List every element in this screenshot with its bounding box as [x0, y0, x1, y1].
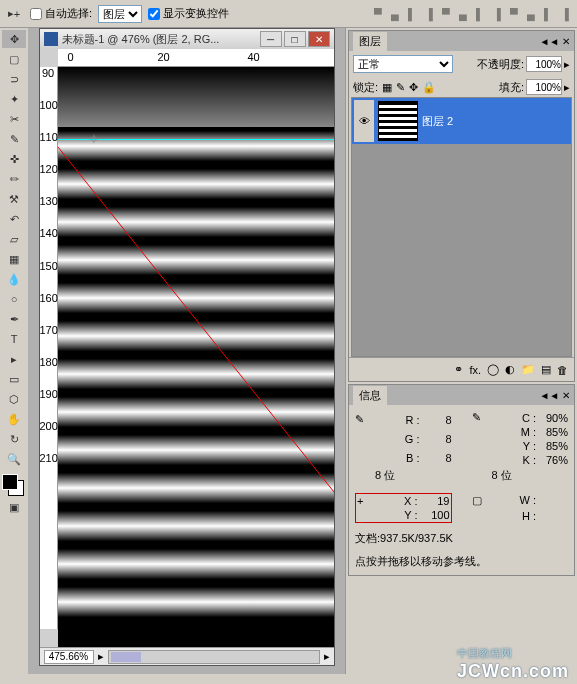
link-icon[interactable]: ⚭ [454, 363, 463, 376]
blur-tool[interactable]: 💧 [2, 270, 26, 288]
eraser-tool[interactable]: ▱ [2, 230, 26, 248]
history-brush-tool[interactable]: ↶ [2, 210, 26, 228]
align-icon: ▄ [523, 6, 539, 22]
3d-tool[interactable]: ⬡ [2, 390, 26, 408]
folder-icon[interactable]: 📁 [521, 363, 535, 376]
visibility-toggle[interactable]: 👁 [354, 100, 374, 142]
layer-list[interactable]: 👁 图层 2 [351, 97, 572, 357]
info-panel: 信息 ◄◄ ✕ ✎R :8 G :8 B :8 ✎C :90% M :85% Y… [348, 384, 575, 576]
canvas-wrap: 0 20 40 90 100 110 120 130 140 150 160 1… [40, 49, 334, 647]
bit-depth2: 8 位 [472, 468, 569, 483]
opacity-input[interactable] [526, 56, 562, 72]
rotate-tool[interactable]: ↻ [2, 430, 26, 448]
align-icon: ▌ [404, 6, 420, 22]
auto-select-dropdown[interactable]: 图层 [98, 5, 142, 23]
pen-tool[interactable]: ✒ [2, 310, 26, 328]
align-icon: ▀ [438, 6, 454, 22]
zoom-input[interactable] [44, 650, 94, 664]
lock-pixels-icon[interactable]: ✎ [396, 81, 405, 94]
align-buttons: ▀▄ ▌▐ ▀▄ ▌▐ ▀▄ ▌▐ [370, 6, 573, 22]
cmyk-readout: ✎C :90% M :85% Y :85% K :76% [472, 411, 569, 466]
document-window: 未标题-1 @ 476% (图层 2, RG... ─ □ ✕ 0 20 40 … [39, 28, 335, 666]
type-tool[interactable]: T [2, 330, 26, 348]
crosshair-icon: + [357, 495, 377, 507]
layers-tab[interactable]: 图层 [353, 32, 387, 51]
xy-readout: +X :19 Y :100 [355, 493, 452, 523]
move-tool[interactable]: ✥ [2, 30, 26, 48]
panel-menu-icon[interactable]: ◄◄ ✕ [539, 36, 570, 47]
align-icon: ▌ [472, 6, 488, 22]
show-transform-checkbox[interactable]: 显示变换控件 [148, 6, 229, 21]
move-cursor-icon: ✧ [88, 131, 100, 147]
dimensions-icon: ▢ [472, 494, 492, 507]
hand-tool[interactable]: ✋ [2, 410, 26, 428]
ruler-horizontal[interactable]: 0 20 40 [58, 49, 334, 67]
quickmask-tool[interactable]: ▣ [2, 498, 26, 516]
color-swatches[interactable] [2, 474, 24, 496]
dodge-tool[interactable]: ○ [2, 290, 26, 308]
maximize-button[interactable]: □ [284, 31, 306, 47]
layers-panel-header[interactable]: 图层 ◄◄ ✕ [349, 31, 574, 51]
gradient-tool[interactable]: ▦ [2, 250, 26, 268]
show-transform-label: 显示变换控件 [163, 6, 229, 21]
brush-tool[interactable]: ✏ [2, 170, 26, 188]
marquee-tool[interactable]: ▢ [2, 50, 26, 68]
close-button[interactable]: ✕ [308, 31, 330, 47]
fx-icon[interactable]: fx. [469, 364, 481, 376]
eyedropper-icon: ✎ [472, 411, 492, 424]
mask-icon[interactable]: ◯ [487, 363, 499, 376]
lock-all-icon[interactable]: 🔒 [422, 81, 436, 94]
align-icon: ▐ [489, 6, 505, 22]
trash-icon[interactable]: 🗑 [557, 364, 568, 376]
doc-size: 文档:937.5K/937.5K [355, 531, 568, 546]
fill-label: 填充: [499, 80, 524, 95]
align-icon: ▄ [455, 6, 471, 22]
fill-arrow-icon[interactable]: ▸ [564, 81, 570, 94]
opacity-arrow-icon[interactable]: ▸ [564, 58, 570, 71]
path-tool[interactable]: ▸ [2, 350, 26, 368]
status-bar: ▸ ▸ [40, 647, 334, 665]
align-icon: ▐ [421, 6, 437, 22]
auto-select-checkbox[interactable]: 自动选择: [30, 6, 92, 21]
minimize-button[interactable]: ─ [260, 31, 282, 47]
eyedropper-tool[interactable]: ✎ [2, 130, 26, 148]
lasso-tool[interactable]: ⊃ [2, 70, 26, 88]
healing-tool[interactable]: ✜ [2, 150, 26, 168]
wand-tool[interactable]: ✦ [2, 90, 26, 108]
panel-menu-icon[interactable]: ◄◄ ✕ [539, 390, 570, 401]
lock-position-icon[interactable]: ✥ [409, 81, 418, 94]
crop-tool[interactable]: ✂ [2, 110, 26, 128]
scroll-right-icon[interactable]: ▸ [324, 650, 330, 663]
doc-title: 未标题-1 @ 476% (图层 2, RG... [62, 32, 256, 47]
zoom-tool[interactable]: 🔍 [2, 450, 26, 468]
adjust-icon[interactable]: ◐ [505, 363, 515, 376]
fg-color[interactable] [2, 474, 18, 490]
info-tab[interactable]: 信息 [353, 386, 387, 405]
ruler-vertical[interactable]: 90 100 110 120 130 140 150 160 170 180 1… [40, 67, 58, 629]
canvas[interactable]: ✧ [58, 67, 334, 647]
info-icon[interactable]: ▸ [98, 650, 104, 663]
panels-column: 图层 ◄◄ ✕ 正常 不透明度: ▸ 锁定: ▦ ✎ ✥ 🔒 [345, 28, 577, 674]
new-layer-icon[interactable]: ▤ [541, 363, 551, 376]
layer-thumbnail[interactable] [378, 101, 418, 141]
lock-transparent-icon[interactable]: ▦ [382, 81, 392, 94]
rgb-readout: ✎R :8 G :8 B :8 [355, 411, 452, 466]
layers-panel: 图层 ◄◄ ✕ 正常 不透明度: ▸ 锁定: ▦ ✎ ✥ 🔒 [348, 30, 575, 382]
lock-label: 锁定: [353, 80, 378, 95]
align-icon: ▐ [557, 6, 573, 22]
title-bar[interactable]: 未标题-1 @ 476% (图层 2, RG... ─ □ ✕ [40, 29, 334, 49]
blend-mode-dropdown[interactable]: 正常 [353, 55, 453, 73]
scroll-horizontal[interactable] [108, 650, 320, 664]
layer-name[interactable]: 图层 2 [422, 114, 453, 129]
align-icon: ▌ [540, 6, 556, 22]
wh-readout: ▢W : H : [472, 493, 569, 523]
options-bar: ▸+ 自动选择: 图层 显示变换控件 ▀▄ ▌▐ ▀▄ ▌▐ ▀▄ ▌▐ [0, 0, 577, 28]
shape-tool[interactable]: ▭ [2, 370, 26, 388]
info-panel-header[interactable]: 信息 ◄◄ ✕ [349, 385, 574, 405]
fill-input[interactable] [526, 79, 562, 95]
layer-row[interactable]: 👁 图层 2 [352, 98, 571, 144]
ps-icon [44, 32, 58, 46]
info-hint: 点按并拖移以移动参考线。 [355, 554, 568, 569]
document-area: 未标题-1 @ 476% (图层 2, RG... ─ □ ✕ 0 20 40 … [28, 28, 345, 674]
stamp-tool[interactable]: ⚒ [2, 190, 26, 208]
